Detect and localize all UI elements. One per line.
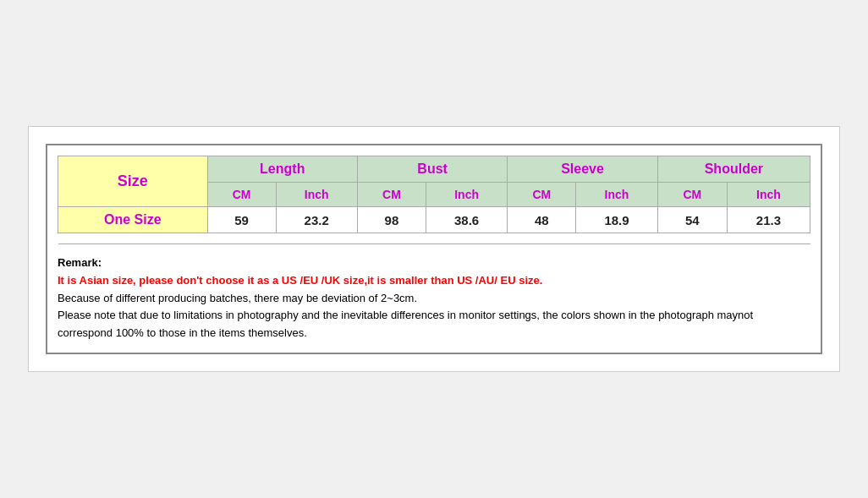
size-value: One Size xyxy=(58,207,208,233)
remark-line2: Because of different producing batches, … xyxy=(58,290,810,308)
sleeve-cm-header: CM xyxy=(508,183,576,207)
length-column-header: Length xyxy=(207,156,357,183)
remark-section: Remark: It is Asian size, please don't c… xyxy=(58,254,810,342)
bust-cm-value: 98 xyxy=(357,207,426,233)
shoulder-column-header: Shoulder xyxy=(657,156,810,183)
size-chart-table: Size Length Bust Sleeve Shoulder CM Inch… xyxy=(58,156,810,244)
sleeve-inch-header: Inch xyxy=(576,183,657,207)
remark-line1: It is Asian size, please don't choose it… xyxy=(58,272,810,290)
length-cm-value: 59 xyxy=(207,207,276,233)
length-cm-header: CM xyxy=(207,183,276,207)
shoulder-cm-header: CM xyxy=(657,183,727,207)
bust-cm-header: CM xyxy=(357,183,426,207)
spacer-row xyxy=(58,233,810,244)
sleeve-cm-value: 48 xyxy=(508,207,576,233)
inner-frame: Size Length Bust Sleeve Shoulder CM Inch… xyxy=(46,144,822,354)
size-column-header: Size xyxy=(58,156,208,207)
sleeve-column-header: Sleeve xyxy=(508,156,657,183)
shoulder-inch-value: 21.3 xyxy=(727,207,810,233)
outer-frame: Size Length Bust Sleeve Shoulder CM Inch… xyxy=(28,126,840,372)
sleeve-inch-value: 18.9 xyxy=(576,207,657,233)
bust-inch-value: 38.6 xyxy=(426,207,507,233)
remark-line3: Please note that due to limitations in p… xyxy=(58,307,810,342)
shoulder-cm-value: 54 xyxy=(657,207,727,233)
length-inch-value: 23.2 xyxy=(276,207,357,233)
bust-inch-header: Inch xyxy=(426,183,507,207)
shoulder-inch-header: Inch xyxy=(727,183,810,207)
table-row: One Size 59 23.2 98 38.6 48 18.9 54 21.3 xyxy=(58,207,810,233)
remark-label: Remark: xyxy=(58,254,810,272)
length-inch-header: Inch xyxy=(276,183,357,207)
bust-column-header: Bust xyxy=(357,156,507,183)
